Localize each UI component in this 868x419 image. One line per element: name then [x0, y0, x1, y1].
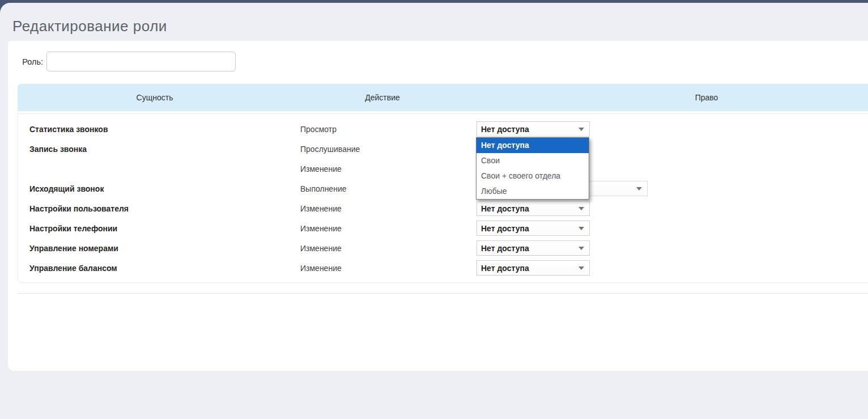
- action-label: Изменение: [300, 164, 476, 173]
- chevron-down-icon: [578, 207, 584, 210]
- right-select-user-settings[interactable]: Нет доступа: [476, 201, 590, 216]
- select-value: Нет доступа: [481, 204, 529, 213]
- select-value: Нет доступа: [481, 244, 529, 253]
- role-label: Роль:: [22, 57, 43, 66]
- chevron-down-icon: [578, 247, 584, 250]
- role-field-row: Роль:: [22, 52, 236, 71]
- section-divider: [18, 293, 868, 294]
- right-select-balance-management[interactable]: Нет доступа: [476, 260, 590, 276]
- permissions-table-header: Сущность Действие Право: [18, 84, 868, 111]
- action-label: Просмотр: [300, 125, 476, 134]
- table-row: Изменение: [18, 159, 868, 179]
- chevron-down-icon: [636, 187, 642, 191]
- column-header-action: Действие: [365, 84, 400, 111]
- table-row: Настройки пользователя Изменение Нет дос…: [18, 198, 868, 218]
- column-header-right: Право: [695, 84, 718, 111]
- table-row: Управление балансом Изменение Нет доступ…: [18, 258, 868, 278]
- table-row: Запись звонка Прослушивание: [18, 139, 868, 159]
- dropdown-option-any[interactable]: Любые: [476, 184, 589, 199]
- entity-label: Управление номерами: [29, 244, 300, 253]
- role-input[interactable]: [46, 52, 236, 71]
- select-value: Нет доступа: [481, 224, 529, 233]
- table-row: Управление номерами Изменение Нет доступ…: [18, 238, 868, 258]
- select-value: Нет доступа: [481, 264, 529, 273]
- entity-label: Запись звонка: [29, 145, 300, 154]
- action-label: Изменение: [300, 224, 476, 233]
- entity-label: Настройки пользователя: [29, 204, 300, 213]
- chevron-down-icon: [578, 227, 584, 230]
- page-title: Редактирование роли: [12, 18, 167, 35]
- role-edit-card: Роль: Сущность Действие Право Статистика…: [8, 41, 868, 371]
- right-select-number-management[interactable]: Нет доступа: [476, 240, 590, 256]
- dropdown-option-own[interactable]: Свои: [476, 153, 589, 168]
- chevron-down-icon: [578, 266, 584, 270]
- column-header-entity: Сущность: [137, 84, 173, 111]
- right-select-statistics[interactable]: Нет доступа: [476, 121, 590, 137]
- table-row: Настройки телефонии Изменение Нет доступ…: [18, 218, 868, 238]
- right-select-open-dropdown: Нет доступа Свои Свои + своего отдела Лю…: [476, 137, 589, 200]
- entity-label: Управление балансом: [29, 264, 300, 273]
- dropdown-option-no-access[interactable]: Нет доступа: [476, 138, 589, 153]
- chevron-down-icon: [578, 128, 584, 131]
- action-label: Изменение: [300, 244, 476, 253]
- action-label: Изменение: [300, 204, 476, 213]
- table-row: Исходящий звонок Выполнение: [18, 179, 868, 198]
- action-label: Изменение: [300, 264, 476, 273]
- permissions-table-body: Статистика звонков Просмотр Нет доступа …: [18, 113, 868, 283]
- entity-label: Настройки телефонии: [29, 224, 300, 233]
- entity-label: Исходящий звонок: [29, 184, 300, 193]
- table-row: Статистика звонков Просмотр Нет доступа: [18, 119, 868, 139]
- select-value: Нет доступа: [481, 125, 529, 134]
- right-select-telephony-settings[interactable]: Нет доступа: [476, 221, 590, 236]
- action-label: Выполнение: [300, 184, 476, 193]
- dropdown-option-own-department[interactable]: Свои + своего отдела: [476, 168, 589, 184]
- entity-label: Статистика звонков: [29, 125, 300, 134]
- action-label: Прослушивание: [300, 145, 476, 154]
- page-content: Редактирование роли Роль: Сущность Дейст…: [0, 3, 868, 419]
